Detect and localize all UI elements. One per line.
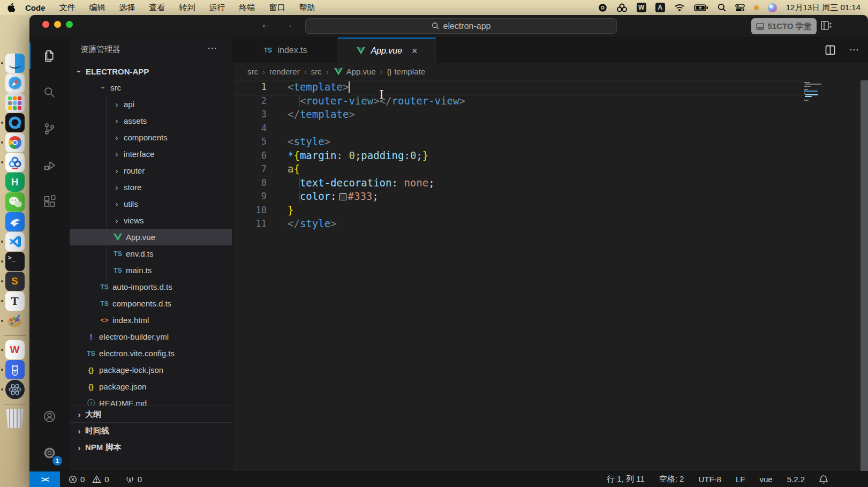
apple-icon[interactable] [7, 3, 15, 12]
electron-dock-icon[interactable] [5, 380, 25, 399]
ports-status[interactable]: 0 [125, 475, 142, 484]
tree-folder-api[interactable]: ›api [70, 96, 232, 113]
input-a-icon[interactable]: A [655, 3, 665, 12]
remote-indicator[interactable]: >< [29, 471, 60, 487]
status-item--2[interactable]: 空格: 2 [659, 474, 684, 484]
hbuilder-dock-icon[interactable]: H [5, 173, 25, 192]
split-editor-icon[interactable] [825, 45, 835, 55]
search-activity-icon[interactable] [29, 74, 70, 110]
tree-folder-src[interactable]: ›src [70, 79, 232, 96]
breadcrumb-item-src[interactable]: src [311, 67, 322, 76]
tree-folder-store[interactable]: ›store [70, 179, 232, 196]
wps-office-dock-icon[interactable]: W [5, 340, 25, 359]
sublime-dock-icon[interactable]: S [5, 272, 25, 291]
menu-item-编辑[interactable]: 编辑 [82, 3, 112, 13]
close-window-button[interactable] [42, 21, 49, 28]
tree-file-App.vue[interactable]: App.vue [70, 229, 232, 245]
maximize-window-button[interactable] [66, 21, 73, 28]
wps-icon[interactable]: W [637, 3, 646, 12]
quicktime-dock-icon[interactable] [5, 113, 25, 132]
chrome-dock-icon[interactable] [5, 133, 25, 152]
notify-dot-icon[interactable] [754, 5, 759, 10]
paint-dock-icon[interactable] [5, 311, 25, 331]
deer-vpn-dock-icon[interactable] [5, 360, 25, 379]
line-number[interactable]: 8 [232, 176, 267, 190]
line-number[interactable]: 5 [232, 135, 267, 149]
record-icon[interactable] [598, 3, 607, 12]
minimap[interactable] [804, 82, 826, 101]
tree-file-main.ts[interactable]: TSmain.ts [70, 262, 232, 279]
menu-item-帮助[interactable]: 帮助 [292, 3, 322, 13]
customize-layout-icon[interactable] [821, 20, 832, 31]
tree-file-env.d.ts[interactable]: TSenv.d.ts [70, 245, 232, 262]
command-center-search[interactable]: electron-app [305, 18, 617, 34]
tree-folder-interface[interactable]: ›interface [70, 146, 232, 162]
line-number[interactable]: 11 [232, 217, 267, 231]
navigate-back-button[interactable]: ← [261, 19, 271, 31]
extensions-activity-icon[interactable] [29, 183, 70, 220]
tab-App.vue[interactable]: App.vue× [338, 38, 436, 63]
run-debug-activity-icon[interactable] [29, 147, 70, 183]
navigate-forward-button[interactable]: → [283, 19, 293, 31]
tree-file-index.html[interactable]: <>index.html [70, 312, 232, 328]
line-number[interactable]: 9 [232, 190, 267, 204]
menu-item-窗口[interactable]: 窗口 [262, 3, 292, 13]
breadcrumb-item-src[interactable]: src [247, 67, 258, 76]
tree-folder-views[interactable]: ›views [70, 212, 232, 229]
menu-item-文件[interactable]: 文件 [52, 3, 82, 13]
battery-icon[interactable] [694, 4, 708, 11]
status-item-LF[interactable]: LF [736, 475, 745, 484]
line-number[interactable]: 6 [232, 149, 267, 163]
menu-item-转到[interactable]: 转到 [172, 3, 202, 13]
line-number[interactable]: 7 [232, 162, 267, 176]
notifications-bell-icon[interactable] [819, 475, 828, 484]
status-item-vue[interactable]: vue [759, 475, 772, 484]
code-editor[interactable]: 1<template>2 <router-view></router-view>… [232, 80, 868, 471]
tree-file-package-lock.json[interactable]: {}package-lock.json [70, 362, 232, 378]
menu-item-选择[interactable]: 选择 [112, 3, 142, 13]
wifi-icon[interactable] [674, 3, 685, 12]
explorer-activity-icon[interactable] [29, 38, 70, 74]
problems-status[interactable]: 0 0 [69, 475, 109, 484]
tree-file-package.json[interactable]: {}package.json [70, 378, 232, 395]
wechat-dock-icon[interactable] [5, 192, 25, 212]
menu-item-code[interactable]: Code [18, 3, 52, 12]
more-actions-icon[interactable]: ⋯ [849, 44, 859, 56]
tree-file-auto-imports.d.ts[interactable]: TSauto-imports.d.ts [70, 279, 232, 295]
tree-file-README.md[interactable]: ⓘREADME.md [70, 395, 232, 406]
breadcrumb-item-template[interactable]: {}template [387, 67, 425, 76]
section-大纲[interactable]: ›大纲 [70, 406, 232, 423]
tree-file-electron.vite.config.ts[interactable]: TSelectron.vite.config.ts [70, 345, 232, 362]
tree-folder-assets[interactable]: ›assets [70, 113, 232, 129]
tree-file-electron-builder.yml[interactable]: !electron-builder.yml [70, 328, 232, 345]
status-item-5-2-2[interactable]: 5.2.2 [787, 475, 805, 484]
line-number[interactable]: 4 [232, 122, 267, 136]
menu-item-终端[interactable]: 终端 [232, 3, 262, 13]
line-number[interactable]: 3 [232, 108, 267, 122]
siri-icon[interactable] [768, 3, 777, 12]
terminal-dock-icon[interactable]: >_ [5, 252, 25, 271]
vscode-dock-icon[interactable] [5, 232, 25, 251]
menu-item-运行[interactable]: 运行 [202, 3, 232, 13]
dingtalk-dock-icon[interactable] [5, 212, 25, 231]
breadcrumb-item-App.vue[interactable]: App.vue [333, 67, 376, 76]
explorer-root-folder[interactable]: › ELECTRON-APP [70, 63, 232, 80]
launchpad-dock-icon[interactable] [5, 93, 25, 113]
finder-dock-icon[interactable] [5, 54, 25, 73]
close-tab-icon[interactable]: × [412, 46, 418, 56]
control-center-icon[interactable] [735, 4, 745, 12]
section-NPM 脚本[interactable]: ›NPM 脚本 [70, 439, 232, 456]
accounts-icon[interactable] [29, 398, 70, 434]
tree-folder-components[interactable]: ›components [70, 129, 232, 146]
tree-folder-router[interactable]: ›router [70, 162, 232, 179]
editor-scrollbar[interactable] [861, 80, 868, 471]
status-item--1-11[interactable]: 行 1, 列 11 [607, 474, 645, 484]
breadcrumb-item-renderer[interactable]: renderer [269, 67, 300, 76]
source-control-activity-icon[interactable] [29, 110, 70, 147]
tab-index.ts[interactable]: TSindex.ts [232, 38, 338, 63]
settings-icon[interactable]: 1 [29, 434, 70, 471]
section-时间线[interactable]: ›时间线 [70, 422, 232, 439]
safari-dock-icon[interactable] [5, 73, 25, 93]
minimize-window-button[interactable] [54, 21, 61, 28]
cloud-circles-dock-icon[interactable] [5, 153, 25, 172]
